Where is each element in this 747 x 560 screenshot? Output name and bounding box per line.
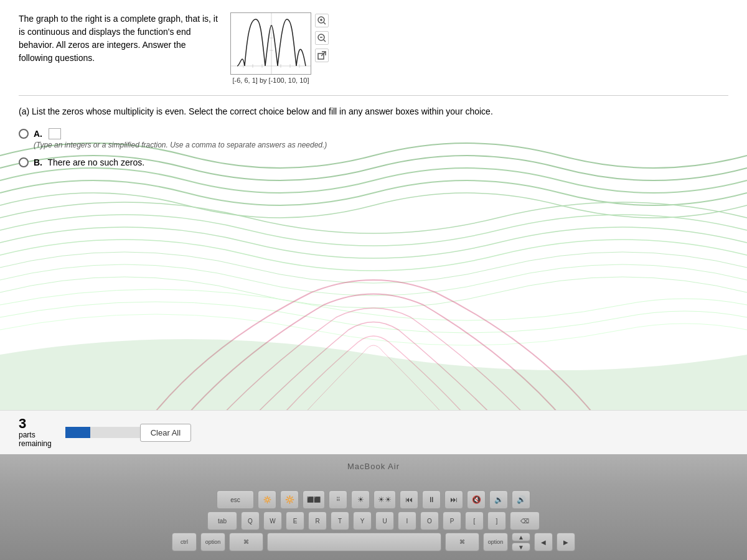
key-backspace[interactable]: ⌫ [510, 511, 540, 530]
key-fast-forward[interactable]: ⏭ [444, 490, 463, 509]
screen: The graph to the right is a complete gra… [0, 0, 747, 454]
graph-icons [315, 14, 329, 62]
key-keyboard-brightness-down[interactable]: ☀ [351, 490, 370, 509]
key-bracket-open[interactable]: [ [465, 511, 484, 530]
option-a-hint: (Type an integers or a simplified fracti… [34, 141, 327, 149]
key-space[interactable] [267, 533, 441, 551]
graph-container: [-6, 6, 1] by [-100, 10, 10] [230, 12, 311, 84]
bottom-bar: 3 parts remaining Clear All [0, 410, 747, 454]
key-brightness-down[interactable]: 🔅 [258, 490, 276, 509]
answer-input-a[interactable] [49, 128, 61, 139]
key-ctrl[interactable]: ctrl [172, 533, 197, 551]
key-i[interactable]: I [398, 511, 416, 530]
key-arrow-up[interactable]: ▲ [512, 533, 530, 541]
key-t[interactable]: T [331, 511, 349, 530]
clear-all-button[interactable]: Clear All [140, 424, 191, 442]
zoom-out-button[interactable] [315, 31, 329, 45]
key-option[interactable]: option [200, 533, 225, 551]
keyboard-area: MacBook Air esc 🔅 🔆 ⬛⬛ ⠿ ☀ ☀☀ ⏮ ⏸ ⏭ 🔇 🔉 … [0, 454, 747, 560]
option-b-text: There are no such zeros. [47, 157, 144, 167]
key-mute[interactable]: 🔇 [467, 490, 486, 509]
key-option-right[interactable]: option [483, 533, 508, 551]
key-cmd-left[interactable]: ⌘ [229, 533, 263, 551]
keyboard-function-row: esc 🔅 🔆 ⬛⬛ ⠿ ☀ ☀☀ ⏮ ⏸ ⏭ 🔇 🔉 🔊 [217, 490, 530, 509]
key-q[interactable]: Q [241, 511, 260, 530]
main-content: The graph to the right is a complete gra… [0, 0, 747, 168]
section-divider [19, 95, 728, 96]
key-brightness-up[interactable]: 🔆 [280, 490, 299, 509]
external-link-icon [317, 51, 326, 60]
parts-label-line1: parts [19, 431, 52, 439]
option-b-content: B. There are no such zeros. [34, 157, 144, 168]
key-y[interactable]: Y [353, 511, 372, 530]
top-section: The graph to the right is a complete gra… [19, 12, 728, 84]
keyboard-main-row: tab Q W E R T Y U I O P [ ] ⌫ [207, 511, 540, 530]
key-launchpad[interactable]: ⠿ [329, 490, 347, 509]
key-w[interactable]: W [263, 511, 282, 530]
key-keyboard-brightness-up[interactable]: ☀☀ [374, 490, 396, 509]
key-bracket-close[interactable]: ] [487, 511, 506, 530]
key-arrow-down[interactable]: ▼ [512, 543, 530, 551]
key-vol-down[interactable]: 🔉 [489, 490, 508, 509]
radio-a[interactable] [19, 129, 29, 139]
graph-label: [-6, 6, 1] by [-100, 10, 10] [233, 77, 309, 84]
keyboard-space-row: ctrl option ⌘ ⌘ option ▲ ▼ ◀ ▶ [172, 533, 575, 551]
parts-label-line2: remaining [19, 439, 52, 448]
option-a-label: A. [34, 129, 42, 139]
option-a: A. (Type an integers or a simplified fra… [19, 128, 728, 149]
graph-box [230, 12, 311, 75]
key-esc[interactable]: esc [217, 490, 254, 509]
key-e[interactable]: E [286, 511, 304, 530]
option-b: B. There are no such zeros. [19, 157, 728, 168]
problem-description: The graph to the right is a complete gra… [19, 12, 218, 65]
key-u[interactable]: U [375, 511, 394, 530]
question-text: (a) List the zeros whose multiplicity is… [19, 106, 728, 118]
option-a-content: A. (Type an integers or a simplified fra… [34, 128, 327, 149]
search-minus-icon [317, 34, 326, 42]
svg-line-16 [324, 40, 326, 42]
key-arrow-right[interactable]: ▶ [557, 533, 575, 551]
search-plus-icon [317, 16, 326, 25]
radio-group: A. (Type an integers or a simplified fra… [19, 128, 728, 168]
key-o[interactable]: O [420, 511, 439, 530]
key-rewind[interactable]: ⏮ [400, 490, 418, 509]
parts-number: 3 [19, 417, 52, 431]
external-link-button[interactable] [315, 49, 329, 62]
parts-info: 3 parts remaining [19, 417, 52, 448]
progress-bar-fill [65, 427, 90, 438]
key-vol-up[interactable]: 🔊 [512, 490, 530, 509]
key-p[interactable]: P [443, 511, 461, 530]
progress-bar [65, 427, 140, 438]
radio-b[interactable] [19, 157, 29, 167]
key-tab[interactable]: tab [207, 511, 237, 530]
key-mission-control[interactable]: ⬛⬛ [303, 490, 325, 509]
svg-line-12 [324, 22, 326, 24]
key-r[interactable]: R [308, 511, 327, 530]
key-cmd-right[interactable]: ⌘ [445, 533, 479, 551]
option-b-label: B. [34, 157, 42, 167]
key-play-pause[interactable]: ⏸ [422, 490, 441, 509]
zoom-in-button[interactable] [315, 14, 329, 27]
key-arrow-left[interactable]: ◀ [534, 533, 553, 551]
macbook-label: MacBook Air [347, 462, 400, 471]
